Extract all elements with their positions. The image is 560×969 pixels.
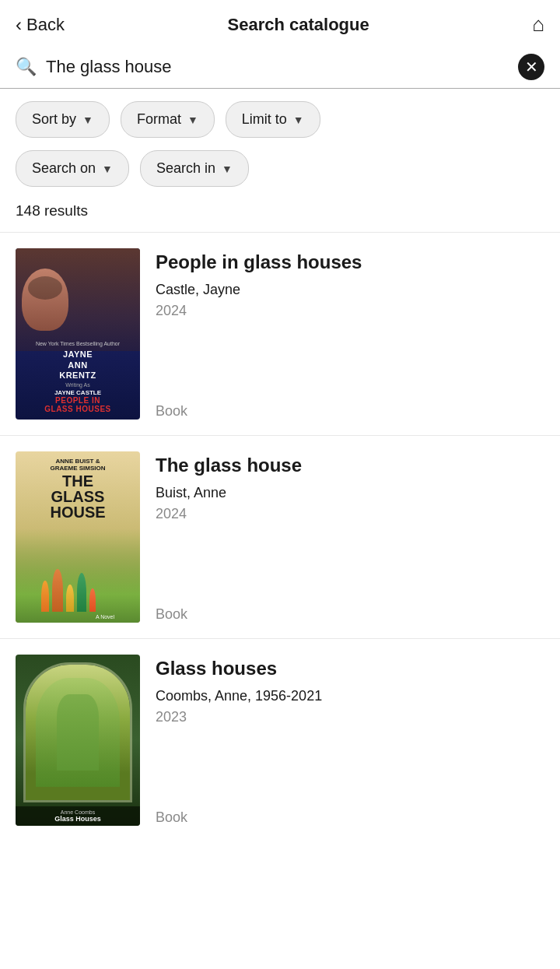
back-chevron-icon: ‹ [16, 14, 22, 36]
search-in-label: Search in [156, 160, 215, 177]
search-in-button[interactable]: Search in ▼ [140, 150, 249, 187]
sort-by-button[interactable]: Sort by ▼ [16, 101, 110, 138]
results-count: 148 results [0, 202, 560, 232]
home-icon[interactable]: ⌂ [532, 12, 544, 37]
list-item[interactable]: ANNE BUIST &GRAEME SIMSION THEGLASSHOUSE… [0, 435, 560, 638]
format-chevron-icon: ▼ [187, 114, 198, 126]
book-title: People in glass houses [156, 251, 544, 274]
limit-to-chevron-icon: ▼ [293, 114, 304, 126]
back-label: Back [26, 15, 65, 35]
header: ‹ Back Search catalogue ⌂ [0, 0, 560, 46]
page-title: Search catalogue [228, 15, 369, 35]
book-format: Book [156, 809, 544, 826]
book-info: The glass house Buist, Anne 2024 Book [156, 451, 544, 623]
back-button[interactable]: ‹ Back [16, 14, 65, 36]
people-in-glass-houses-cover: New York Times Bestselling Author JAYNEA… [16, 248, 140, 420]
limit-to-button[interactable]: Limit to ▼ [226, 101, 320, 138]
search-in-chevron-icon: ▼ [222, 163, 233, 175]
book-info: People in glass houses Castle, Jayne 202… [156, 248, 544, 420]
search-input[interactable] [46, 46, 518, 88]
search-on-chevron-icon: ▼ [102, 163, 113, 175]
book-title: Glass houses [156, 658, 544, 680]
search-icon: 🔍 [16, 57, 37, 77]
book-list: New York Times Bestselling Author JAYNEA… [0, 232, 560, 841]
book-format: Book [156, 403, 544, 420]
list-item[interactable]: Anne Coombs Glass Houses Glass houses Co… [0, 638, 560, 841]
book-year: 2024 [156, 506, 544, 522]
clear-search-button[interactable]: ✕ [518, 54, 544, 80]
the-glass-house-cover: ANNE BUIST &GRAEME SIMSION THEGLASSHOUSE… [16, 451, 140, 623]
book-author: Castle, Jayne [156, 282, 544, 298]
list-item[interactable]: New York Times Bestselling Author JAYNEA… [0, 232, 560, 435]
book-author: Buist, Anne [156, 485, 544, 501]
search-on-button[interactable]: Search on ▼ [16, 150, 129, 187]
filter-row-2: Search on ▼ Search in ▼ [0, 150, 560, 202]
format-button[interactable]: Format ▼ [121, 101, 215, 138]
book-author: Coombs, Anne, 1956-2021 [156, 688, 544, 704]
sort-by-chevron-icon: ▼ [82, 114, 93, 126]
search-on-label: Search on [32, 160, 96, 177]
filter-row-1: Sort by ▼ Format ▼ Limit to ▼ [0, 101, 560, 150]
book-format: Book [156, 606, 544, 623]
limit-to-label: Limit to [242, 111, 287, 128]
sort-by-label: Sort by [32, 111, 76, 128]
glass-houses-cover: Anne Coombs Glass Houses [16, 655, 140, 826]
book-info: Glass houses Coombs, Anne, 1956-2021 202… [156, 655, 544, 826]
format-label: Format [137, 111, 181, 128]
book-year: 2024 [156, 303, 544, 319]
book-title: The glass house [156, 455, 544, 477]
search-bar: 🔍 ✕ [0, 46, 560, 89]
book-year: 2023 [156, 709, 544, 725]
